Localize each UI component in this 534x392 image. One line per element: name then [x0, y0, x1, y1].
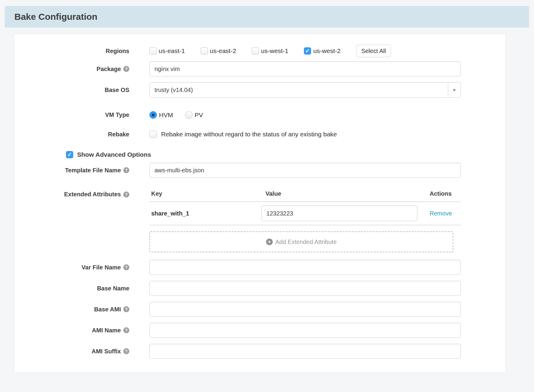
show-advanced-label: Show Advanced Options [77, 151, 151, 158]
add-extended-attribute-label: Add Extended Attribute [275, 239, 337, 245]
template-file-name-input[interactable] [149, 163, 461, 178]
region-option-us-east-2[interactable]: us-east-2 [201, 47, 236, 55]
ami-suffix-label: AMI Suffix [92, 348, 121, 355]
remove-attribute-link[interactable]: Remove [430, 210, 461, 217]
ami-suffix-row: AMI Suffix [14, 344, 506, 359]
region-option-us-east-1[interactable]: us-east-1 [149, 47, 185, 55]
bake-configuration-panel: Regions us-east-1 us-east-2 us-west-1 us… [14, 34, 506, 373]
vm-type-label: VM Type [14, 111, 129, 118]
region-option-us-west-1[interactable]: us-west-1 [252, 47, 288, 55]
column-header-value: Value [261, 190, 430, 197]
radio-dot-icon [152, 114, 154, 116]
vm-type-option-label: PV [195, 111, 203, 119]
checkmark-icon [67, 152, 72, 157]
page: Bake Configuration Regions us-east-1 us-… [0, 0, 534, 392]
rebake-checkbox[interactable] [149, 131, 157, 138]
base-os-select[interactable]: trusty (v14.04) [149, 82, 461, 98]
base-name-input[interactable] [149, 281, 461, 296]
regions-label: Regions [14, 48, 129, 55]
show-advanced-checkbox[interactable] [66, 151, 73, 158]
extended-attributes-row: Extended Attributes Key Value Actions sh… [14, 190, 506, 252]
help-icon[interactable] [123, 167, 129, 173]
vm-type-option-hvm[interactable]: HVM [149, 111, 173, 119]
attribute-value-input[interactable] [261, 206, 417, 221]
var-file-name-input[interactable] [149, 260, 461, 275]
column-header-key: Key [149, 190, 261, 197]
help-icon[interactable] [123, 264, 129, 270]
region-option-label: us-west-1 [261, 47, 288, 55]
package-input[interactable] [149, 61, 461, 76]
section-header: Bake Configuration [5, 6, 529, 28]
ami-suffix-input[interactable] [149, 344, 461, 359]
region-option-us-west-2[interactable]: us-west-2 [304, 47, 340, 55]
template-file-name-label: Template File Name [65, 167, 121, 174]
region-option-label: us-west-2 [313, 47, 340, 55]
base-os-row: Base OS trusty (v14.04) [14, 82, 506, 98]
package-label: Package [97, 66, 121, 73]
plus-icon [266, 239, 273, 245]
column-header-actions: Actions [430, 190, 461, 197]
template-file-name-row: Template File Name [14, 163, 506, 178]
regions-row: Regions us-east-1 us-east-2 us-west-1 us… [14, 45, 506, 57]
region-checkbox[interactable] [304, 47, 311, 55]
regions-options: us-east-1 us-east-2 us-west-1 us-west-2 … [149, 45, 461, 57]
page-title: Bake Configuration [14, 12, 98, 22]
pv-radio[interactable] [185, 111, 193, 119]
base-ami-input[interactable] [149, 302, 461, 317]
vm-type-option-pv[interactable]: PV [185, 111, 203, 119]
help-icon[interactable] [123, 66, 129, 72]
checkmark-icon [305, 48, 310, 54]
package-label-group: Package [14, 66, 129, 73]
region-checkbox[interactable] [149, 47, 157, 55]
rebake-row: Rebake Rebake image without regard to th… [14, 131, 506, 138]
base-ami-row: Base AMI [14, 302, 506, 317]
extended-attributes-table-header: Key Value Actions [149, 190, 461, 201]
show-advanced-options[interactable]: Show Advanced Options [66, 151, 506, 158]
template-file-name-label-group: Template File Name [14, 167, 129, 174]
help-icon[interactable] [123, 306, 129, 312]
hvm-radio[interactable] [149, 111, 157, 119]
ami-name-input[interactable] [149, 323, 461, 338]
attribute-key: share_with_1 [149, 210, 261, 217]
base-name-row: Base Name [14, 281, 506, 296]
help-icon[interactable] [123, 327, 129, 333]
extended-attributes-label-group: Extended Attributes [14, 191, 129, 198]
ami-name-row: AMI Name [14, 323, 506, 338]
vm-type-row: VM Type HVM PV [14, 111, 506, 119]
region-option-label: us-east-1 [159, 47, 185, 55]
var-file-name-label-group: Var File Name [14, 264, 129, 271]
base-os-label: Base OS [14, 87, 129, 94]
base-name-label: Base Name [14, 285, 129, 292]
base-os-selected-value: trusty (v14.04) [154, 87, 193, 94]
ami-suffix-label-group: AMI Suffix [14, 348, 129, 355]
region-option-label: us-east-2 [210, 47, 236, 55]
var-file-name-label: Var File Name [82, 264, 121, 271]
region-checkbox[interactable] [201, 47, 208, 55]
extended-attribute-table-row: share_with_1 Remove [149, 201, 461, 225]
vm-type-option-label: HVM [159, 111, 173, 119]
extended-attributes-label: Extended Attributes [64, 191, 121, 198]
base-ami-label-group: Base AMI [14, 306, 129, 313]
rebake-option[interactable]: Rebake image without regard to the statu… [149, 131, 461, 138]
rebake-checkbox-label: Rebake image without regard to the statu… [161, 131, 337, 138]
select-all-button[interactable]: Select All [356, 45, 391, 57]
help-icon[interactable] [123, 348, 129, 354]
ami-name-label-group: AMI Name [14, 327, 129, 334]
dropdown-arrow-icon [448, 82, 460, 97]
ami-name-label: AMI Name [92, 327, 121, 334]
var-file-name-row: Var File Name [14, 260, 506, 275]
help-icon[interactable] [123, 192, 129, 197]
region-checkbox[interactable] [252, 47, 259, 55]
base-ami-label: Base AMI [94, 306, 121, 313]
package-row: Package [14, 61, 506, 76]
rebake-label: Rebake [14, 131, 129, 138]
add-extended-attribute-button[interactable]: Add Extended Attribute [149, 231, 453, 252]
